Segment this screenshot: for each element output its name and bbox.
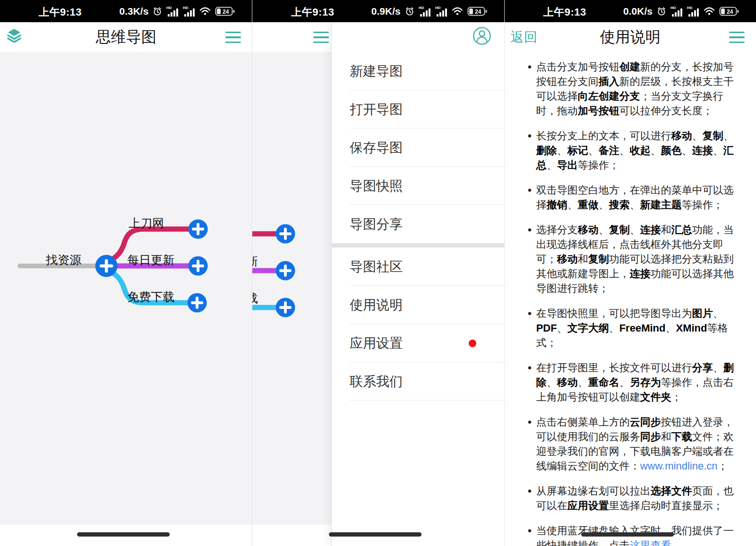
signal-hd-icon: HD [183, 6, 195, 17]
menu-item-help[interactable]: 使用说明 [332, 286, 504, 324]
status-icons: 0.3K/s HD HD 24 [119, 0, 235, 22]
app-bar: 返回 使用说明 [505, 22, 756, 52]
signal-hd-icon: HD [687, 6, 699, 17]
svg-text:HD: HD [687, 6, 693, 10]
page-title: 使用说明 [505, 22, 756, 52]
menu-item-map-community[interactable]: 导图社区 [332, 247, 504, 286]
help-bullet: 双击导图空白地方，在弹出的菜单中可以选择撤销、重做、搜索、新建主题等操作； [529, 183, 742, 212]
svg-text:HD: HD [183, 6, 189, 10]
menu-hamburger-icon[interactable] [313, 32, 329, 43]
notification-dot [469, 340, 476, 347]
panel-help: 上午9:13 0.0K/s HD HD 24 返回 使用说明 点击分支加号按钮创… [504, 0, 756, 546]
help-bullet: 点击右侧菜单上方的云同步按钮进入登录，可以使用我们的云服务同步和下载文件；欢迎登… [529, 415, 742, 473]
status-bar: 上午9:13 0.3K/s HD HD 24 [0, 0, 252, 22]
svg-text:24: 24 [223, 9, 229, 15]
wifi-icon [704, 7, 715, 16]
svg-text:24: 24 [475, 9, 481, 15]
help-bullet: 在导图快照里，可以把导图导出为图片、PDF、文字大纲、FreeMind、XMin… [529, 306, 742, 350]
svg-text:HD: HD [166, 6, 172, 10]
battery-icon: 24 [467, 6, 487, 17]
svg-text:HD: HD [670, 6, 676, 10]
page-title: 思维导图 [0, 22, 252, 52]
inline-link[interactable]: www.mindline.cn [640, 460, 718, 472]
side-menu-drawer: 新建导图 打开导图 保存导图 导图快照 导图分享 导图社区 使用说明 应用设置 … [331, 22, 504, 546]
branch-label-clipped: 载 [252, 291, 258, 305]
panel-menu-drawer: 上午9:13 0.9K/s HD HD 24 新 载 [252, 0, 504, 546]
branch-label-clipped: 新 [252, 255, 258, 268]
battery-icon: 24 [719, 6, 739, 17]
gesture-nav-handle[interactable] [329, 532, 422, 537]
signal-hd-icon: HD [166, 6, 179, 17]
branch-plus-button[interactable] [189, 256, 208, 276]
status-time: 上午9:13 [543, 5, 586, 19]
help-bullet: 在打开导图里，长按文件可以进行分享、删除、移动、重命名、另存为等操作，点击右上角… [529, 360, 742, 404]
mindmap-canvas[interactable]: 找资源 上刀网 每日更新 免费下载 [0, 52, 252, 525]
signal-hd-icon: HD [419, 6, 431, 17]
svg-text:HD: HD [419, 6, 424, 10]
mindmap-canvas-partial[interactable]: 新 载 [252, 52, 331, 525]
menu-item-map-share[interactable]: 导图分享 [332, 205, 504, 243]
menu-item-map-snapshot[interactable]: 导图快照 [332, 167, 504, 205]
branch-label[interactable]: 上刀网 [129, 216, 164, 230]
branch-plus-button[interactable] [276, 261, 295, 281]
inline-link[interactable]: 这里查看 [630, 539, 671, 546]
battery-icon: 24 [215, 6, 235, 17]
branch-label[interactable]: 免费下载 [127, 290, 174, 303]
account-icon[interactable] [472, 26, 491, 45]
network-speed: 0.0K/s [623, 6, 653, 17]
triple-screenshot: 上午9:13 0.3K/s HD HD 24 思维导图 [0, 0, 756, 546]
gesture-nav-handle[interactable] [581, 532, 674, 537]
status-time: 上午9:13 [39, 5, 82, 19]
signal-hd-icon: HD [670, 6, 683, 17]
branch-plus-button[interactable] [276, 298, 295, 317]
status-bar: 上午9:13 0.9K/s HD HD 24 [252, 0, 504, 22]
root-plus-button[interactable] [95, 255, 118, 277]
menu-item-save-map[interactable]: 保存导图 [332, 128, 504, 167]
menu-hamburger-icon[interactable] [729, 32, 745, 43]
alarm-clock-icon [153, 7, 162, 16]
help-bullet: 从屏幕边缘右划可以拉出选择文件页面，也可以在应用设置里选择启动时直接显示； [529, 484, 742, 513]
menu-group-separator [332, 243, 504, 247]
menu-item-settings[interactable]: 应用设置 [332, 324, 504, 362]
app-bar: 思维导图 [0, 22, 252, 52]
menu-item-open-map[interactable]: 打开导图 [332, 90, 504, 128]
network-speed: 0.9K/s [371, 6, 401, 17]
alarm-clock-icon [405, 7, 414, 16]
status-icons: 0.9K/s HD HD 24 [371, 0, 487, 22]
branch-plus-button[interactable] [188, 293, 207, 313]
root-node-label[interactable]: 找资源 [45, 253, 81, 266]
help-bullet: 长按分支上的文本，可以进行移动、复制、删除、标记、备注、收起、颜色、连接、汇总、… [529, 128, 742, 172]
branch-plus-button[interactable] [189, 220, 208, 239]
status-time: 上午9:13 [291, 5, 334, 19]
status-icons: 0.0K/s HD HD 24 [623, 0, 739, 22]
help-bullet: 点击分支加号按钮创建新的分支，长按加号按钮在分支间插入新的层级，长按根支主干可以… [529, 60, 742, 118]
alarm-clock-icon [657, 7, 666, 16]
branch-label[interactable]: 每日更新 [127, 253, 174, 266]
wifi-icon [199, 7, 211, 16]
gesture-nav-handle[interactable] [77, 532, 170, 537]
network-speed: 0.3K/s [119, 6, 148, 17]
status-bar: 上午9:13 0.0K/s HD HD 24 [505, 0, 756, 22]
drawer-menu: 新建导图 打开导图 保存导图 导图快照 导图分享 导图社区 使用说明 应用设置 … [332, 52, 504, 401]
svg-text:24: 24 [727, 9, 733, 15]
help-bullet: 选择分支移动、复制、连接和汇总功能，当出现选择线框后，点击线框外其他分支即可；移… [529, 222, 742, 296]
signal-hd-icon: HD [435, 6, 447, 17]
menu-hamburger-icon[interactable] [225, 32, 241, 43]
branch-plus-button[interactable] [276, 224, 295, 244]
help-content: 点击分支加号按钮创建新的分支，长按加号按钮在分支间插入新的层级，长按根支主干可以… [505, 52, 756, 546]
wifi-icon [452, 7, 463, 16]
panel-mindmap: 上午9:13 0.3K/s HD HD 24 思维导图 [0, 0, 252, 546]
menu-item-contact-us[interactable]: 联系我们 [332, 362, 504, 401]
svg-text:HD: HD [435, 6, 441, 10]
menu-item-new-map[interactable]: 新建导图 [332, 52, 504, 90]
